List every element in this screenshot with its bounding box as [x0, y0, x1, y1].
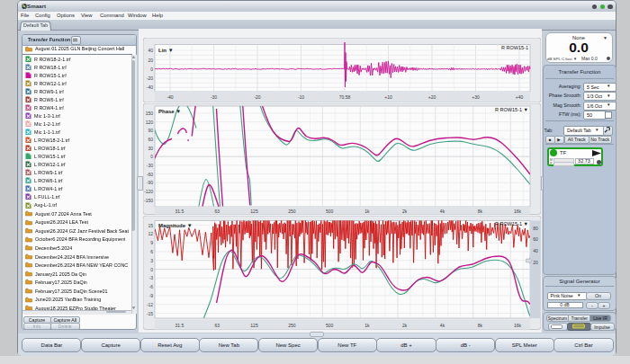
svg-text:R ROW15-1: R ROW15-1 — [501, 45, 528, 50]
svg-text:-30: -30 — [147, 163, 153, 168]
svg-text:125: 125 — [250, 209, 258, 214]
svg-text:3: 3 — [150, 258, 153, 263]
svg-text:60: 60 — [533, 236, 538, 242]
svg-text:8k: 8k — [478, 323, 483, 328]
svg-text:R ROW15-1 ▼: R ROW15-1 ▼ — [495, 221, 528, 226]
svg-text:-10: -10 — [298, 93, 304, 99]
svg-text:4k: 4k — [440, 209, 446, 214]
svg-text:1k: 1k — [364, 323, 370, 328]
svg-text:31.5: 31.5 — [176, 209, 184, 214]
svg-text:30: 30 — [148, 146, 153, 151]
svg-text:80: 80 — [533, 226, 538, 231]
svg-text:125: 125 — [250, 323, 258, 328]
svg-text:20: 20 — [148, 57, 153, 62]
svg-text:60: 60 — [148, 137, 153, 142]
svg-text:63: 63 — [214, 209, 220, 214]
svg-text:500: 500 — [326, 209, 334, 214]
svg-text:150: 150 — [146, 111, 154, 116]
svg-text:70.58: 70.58 — [339, 93, 351, 99]
svg-text:+10: +10 — [384, 93, 392, 99]
svg-text:+30: +30 — [472, 93, 480, 99]
svg-text:-9: -9 — [149, 293, 154, 298]
svg-text:0: 0 — [150, 154, 153, 159]
svg-text:0: 0 — [150, 267, 153, 272]
svg-text:2k: 2k — [402, 323, 408, 328]
svg-text:15: 15 — [148, 223, 153, 228]
svg-text:63: 63 — [214, 323, 220, 328]
svg-text:Phase ▼: Phase ▼ — [158, 109, 181, 114]
svg-text:-90: -90 — [147, 180, 153, 185]
svg-text:-3: -3 — [149, 275, 154, 280]
svg-text:-120: -120 — [144, 189, 153, 194]
svg-text:0: 0 — [150, 66, 153, 71]
svg-text:Magnitude ▼: Magnitude ▼ — [158, 223, 193, 228]
svg-text:-15: -15 — [147, 311, 153, 316]
svg-text:20: 20 — [533, 260, 538, 265]
svg-text:31.5: 31.5 — [176, 323, 184, 328]
svg-text:12: 12 — [148, 231, 153, 236]
svg-text:1k: 1k — [364, 209, 370, 214]
svg-text:-40: -40 — [147, 84, 153, 90]
svg-text:Lin ▼: Lin ▼ — [158, 47, 174, 52]
svg-text:120: 120 — [146, 120, 154, 125]
svg-text:-150: -150 — [144, 198, 153, 203]
svg-text:-40: -40 — [166, 93, 173, 99]
svg-text:250: 250 — [288, 209, 296, 214]
svg-text:-20: -20 — [254, 93, 260, 99]
svg-text:-60: -60 — [147, 172, 153, 177]
svg-text:-30: -30 — [211, 93, 217, 99]
svg-text:-6: -6 — [149, 284, 154, 289]
svg-text:500: 500 — [326, 323, 334, 328]
svg-text:-20: -20 — [147, 75, 153, 81]
svg-text:40: 40 — [533, 248, 538, 253]
svg-text:40: 40 — [148, 48, 153, 53]
svg-text:+20: +20 — [428, 93, 436, 99]
svg-text:250: 250 — [288, 323, 296, 328]
svg-text:-12: -12 — [147, 302, 153, 307]
svg-text:6: 6 — [150, 249, 153, 254]
svg-text:90: 90 — [148, 128, 153, 133]
svg-text:4k: 4k — [440, 323, 446, 328]
svg-text:2k: 2k — [402, 209, 408, 214]
svg-text:8k: 8k — [478, 209, 483, 214]
svg-text:16k: 16k — [514, 209, 522, 214]
svg-text:9: 9 — [150, 240, 153, 245]
svg-text:16k: 16k — [514, 323, 522, 328]
